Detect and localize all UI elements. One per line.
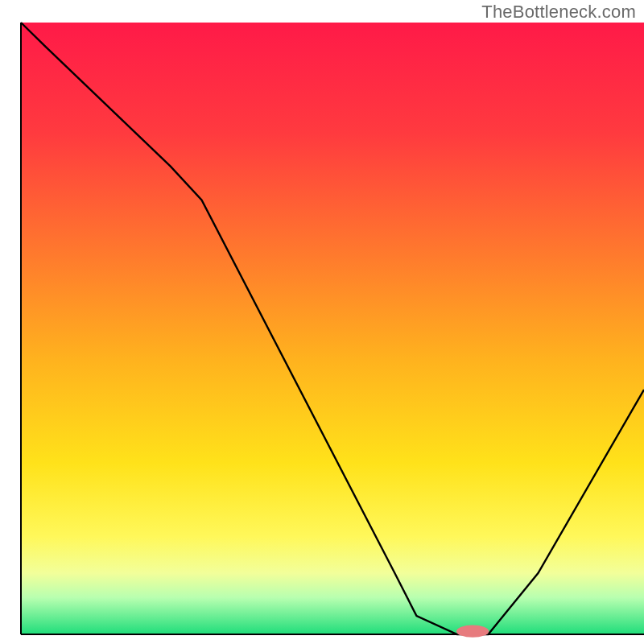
bottleneck-chart: [0, 0, 644, 644]
optimum-marker: [456, 625, 489, 638]
chart-stage: TheBottleneck.com: [0, 0, 644, 644]
watermark-text: TheBottleneck.com: [481, 2, 636, 23]
chart-background: [21, 23, 644, 634]
